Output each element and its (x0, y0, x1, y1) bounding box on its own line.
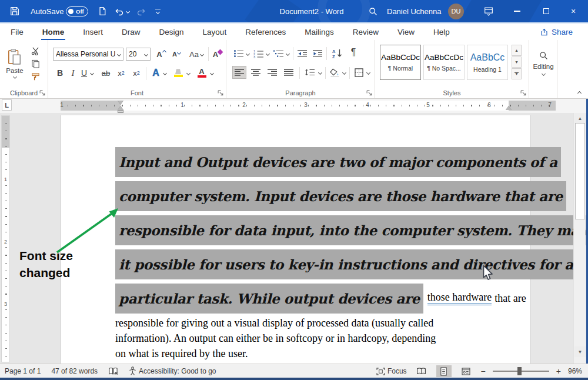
redo-button[interactable] (136, 0, 146, 22)
clear-formatting-button[interactable]: A (211, 47, 225, 61)
increase-indent-button[interactable] (311, 48, 324, 59)
vertical-ruler[interactable]: 1 2 3 (1, 115, 10, 362)
body-text-line[interactable]: information). An output can either be in… (115, 331, 527, 346)
ribbon-display-options-icon[interactable] (483, 0, 494, 22)
change-case-button[interactable]: Aa (187, 47, 206, 61)
tab-design[interactable]: Design (158, 25, 185, 39)
format-painter-button[interactable] (29, 72, 41, 81)
style-heading-1[interactable]: AaBbCc Heading 1 (467, 45, 508, 80)
print-layout-button[interactable] (436, 365, 452, 377)
font-name-dropdown-icon[interactable] (117, 52, 121, 56)
multilevel-list-button[interactable] (272, 48, 285, 59)
tab-draw[interactable]: Draw (121, 25, 142, 39)
styles-more-icon[interactable]: ▾ (512, 68, 522, 79)
tab-view[interactable]: View (396, 25, 416, 39)
tab-home[interactable]: Home (41, 25, 66, 39)
user-name[interactable]: Daniel Uchenna (387, 0, 442, 22)
paste-dropdown-icon[interactable] (12, 74, 16, 78)
tab-references[interactable]: References (244, 25, 287, 39)
tab-mailings[interactable]: Mailings (303, 25, 335, 39)
justify-button[interactable] (282, 66, 296, 79)
tab-help[interactable]: Help (432, 25, 451, 39)
maximize-button[interactable] (536, 0, 556, 22)
selected-text-line[interactable]: responsible for data input, into the com… (115, 215, 588, 245)
shading-dropdown-icon[interactable] (341, 66, 347, 79)
scroll-up-icon[interactable]: ▲ (574, 113, 586, 124)
numbering-button[interactable]: 123 (252, 48, 265, 59)
zoom-slider-thumb[interactable] (517, 367, 522, 375)
quick-access-menu-icon[interactable] (155, 0, 161, 22)
minimize-button[interactable] (507, 0, 527, 22)
autosave-toggle[interactable]: Off (66, 0, 88, 22)
hyperlinked-text[interactable]: those hardware (427, 291, 492, 305)
clipboard-dialog-launcher-icon[interactable] (39, 90, 46, 96)
selected-text-line[interactable]: it possible for users to key-in instruct… (115, 249, 577, 279)
word-count[interactable]: 47 of 82 words (51, 367, 98, 375)
decrease-indent-button[interactable] (296, 48, 309, 59)
editing-button[interactable]: Editing (534, 46, 553, 80)
styles-scroll-down-icon[interactable]: ▾ (512, 56, 522, 68)
collapse-ribbon-icon[interactable] (577, 91, 582, 95)
line-spacing-button[interactable] (303, 66, 317, 79)
subscript-button[interactable]: x2 (114, 66, 128, 80)
grow-font-button[interactable]: A (154, 47, 168, 61)
read-mode-button[interactable] (414, 365, 429, 377)
selected-text-line[interactable]: computer system. Input devices are those… (115, 181, 566, 211)
hanging-indent-marker[interactable] (118, 106, 123, 110)
copy-button[interactable] (29, 59, 41, 68)
align-right-button[interactable] (265, 66, 279, 79)
highlight-color-button[interactable] (172, 66, 185, 80)
shrink-font-button[interactable]: A (169, 47, 183, 61)
tab-review[interactable]: Review (352, 25, 380, 39)
font-color-dropdown-icon[interactable] (208, 66, 215, 80)
selected-text-line[interactable]: particular task. While output devices ar… (115, 284, 423, 314)
align-center-button[interactable] (249, 66, 263, 79)
multilevel-dropdown-icon[interactable] (285, 48, 290, 59)
bold-button[interactable]: B (54, 66, 66, 80)
font-color-button[interactable]: A (195, 66, 208, 80)
highlight-dropdown-icon[interactable] (185, 66, 192, 80)
zoom-out-button[interactable]: − (481, 366, 486, 376)
align-left-button[interactable] (232, 66, 246, 79)
body-text[interactable]: that are (495, 292, 526, 305)
font-name-combo[interactable]: Allessa Personal U (53, 48, 123, 61)
bullets-button[interactable] (232, 48, 245, 59)
share-button[interactable]: Share (535, 25, 577, 39)
underline-dropdown-icon[interactable] (88, 66, 95, 80)
zoom-in-button[interactable]: + (556, 366, 561, 376)
body-text-line[interactable]: responsible for giving out a visual disp… (115, 315, 527, 331)
line-spacing-dropdown-icon[interactable] (317, 66, 323, 79)
proofing-status-icon[interactable] (108, 367, 118, 375)
document-page[interactable]: Input and Output devices are two of majo… (61, 115, 531, 364)
zoom-level[interactable]: 96% (568, 367, 582, 375)
show-hide-pilcrow-button[interactable]: ¶ (348, 46, 359, 59)
italic-button[interactable]: I (68, 66, 78, 80)
text-effects-dropdown-icon[interactable] (161, 66, 168, 80)
strikethrough-button[interactable]: ab (99, 66, 113, 80)
right-indent-marker[interactable] (506, 106, 512, 110)
numbering-dropdown-icon[interactable] (265, 48, 270, 59)
zoom-slider[interactable] (493, 371, 549, 372)
style-no-spacing[interactable]: AaBbCcDc ¶ No Spac... (423, 45, 465, 80)
save-icon[interactable] (9, 0, 20, 22)
page-count[interactable]: Page 1 of 1 (5, 367, 41, 375)
new-document-icon[interactable] (98, 0, 107, 22)
styles-scroll-up-icon[interactable]: ▴ (512, 45, 522, 56)
bullets-dropdown-icon[interactable] (245, 48, 250, 59)
style-normal[interactable]: AaBbCcDc ¶ Normal (380, 45, 421, 80)
vertical-scrollbar[interactable]: ▲ ▼ (573, 113, 586, 364)
font-size-dropdown-icon[interactable] (144, 52, 148, 56)
undo-button[interactable] (114, 0, 129, 22)
superscript-button[interactable]: x2 (129, 66, 143, 80)
styles-dialog-launcher-icon[interactable] (520, 90, 527, 96)
body-text-line[interactable]: on what is required by the user. (115, 346, 527, 361)
tab-layout[interactable]: Layout (202, 25, 228, 39)
tab-file[interactable]: File (9, 25, 25, 39)
tab-stop-selector[interactable]: L (2, 99, 12, 111)
borders-dropdown-icon[interactable] (365, 66, 371, 79)
document-text[interactable]: Input and Output devices are two of majo… (115, 145, 527, 361)
shading-button[interactable] (328, 66, 341, 79)
scrollbar-thumb[interactable] (575, 123, 585, 219)
web-layout-button[interactable] (459, 365, 474, 377)
search-icon[interactable] (368, 0, 378, 22)
